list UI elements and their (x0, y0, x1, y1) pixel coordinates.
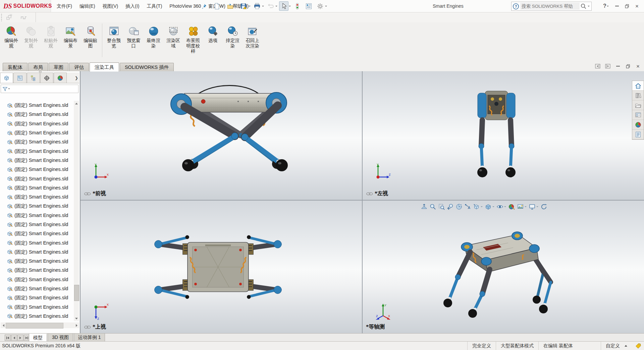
horizontal-scroll-thumb[interactable] (6, 323, 63, 329)
panel-tabs-overflow-button[interactable]: ❯ (74, 73, 79, 83)
tree-item[interactable]: (固定) Smart Engines.sld (1, 119, 74, 128)
tag-icon[interactable] (635, 343, 641, 349)
view-settings-button[interactable] (528, 203, 536, 211)
tab-render-tools[interactable]: 渲染工具 (90, 62, 119, 72)
doc-restore-button[interactable] (625, 63, 631, 69)
panel-tab-dimxpert-manager[interactable] (40, 73, 53, 83)
panel-tab-property-manager[interactable] (13, 73, 26, 83)
display-style-dropdown-arrow[interactable] (492, 206, 494, 208)
viewport-top[interactable]: X Z *上视 (80, 201, 362, 333)
help-search-box[interactable]: ? (511, 2, 592, 11)
search-input[interactable] (520, 3, 580, 10)
print-dropdown-arrow[interactable] (262, 6, 264, 8)
render-region-button[interactable]: 渲染区域 (163, 22, 183, 49)
preview-window-button[interactable]: 预览窗口 (124, 22, 144, 49)
recall-last-render-button[interactable]: 召回上次渲染 (243, 22, 262, 49)
tree-item[interactable]: (固定) Smart Engines.sld (1, 220, 74, 229)
previous-view-button[interactable] (446, 203, 454, 211)
display-style-button[interactable] (484, 203, 492, 211)
new-document-button[interactable] (212, 1, 221, 11)
tree-item[interactable]: (固定) Smart Engines.sld (1, 248, 74, 257)
zoom-to-area-button[interactable] (428, 203, 437, 211)
select-dropdown-arrow[interactable] (289, 6, 291, 8)
next-tab-button[interactable] (17, 335, 23, 341)
tree-item[interactable]: (固定) Smart Engines.sld (1, 275, 74, 284)
panel-tab-display-manager[interactable] (54, 73, 67, 83)
magnified-selection-button[interactable] (437, 203, 446, 211)
tree-item[interactable]: (固定) Smart Engines.sld (1, 266, 74, 275)
tree-item[interactable]: (固定) Smart Engines.sld (1, 128, 74, 137)
undo-button[interactable] (266, 1, 275, 11)
tab-assembly[interactable]: 装配体 (3, 63, 28, 71)
doc-close-button[interactable]: × (635, 63, 641, 69)
scene-illumination-proof-button[interactable]: 布景照明度校样 (183, 22, 203, 54)
tree-item[interactable]: (固定) Smart Engines.sld (1, 110, 74, 119)
tree-item[interactable]: (固定) Smart Engines.sld (1, 165, 74, 174)
menu-view[interactable]: 视图(V) (99, 0, 122, 12)
tree-item[interactable]: (固定) Smart Engines.sld (1, 137, 74, 146)
minimize-button[interactable] (612, 2, 622, 10)
edit-scene-button[interactable]: 编辑布景 (61, 22, 80, 49)
tree-item[interactable]: (固定) Smart Engines.sld (1, 146, 74, 156)
tree-item[interactable]: (固定) Smart Engines.sld (1, 156, 74, 165)
view-orientation-button[interactable] (472, 203, 481, 211)
tree-item[interactable]: (固定) Smart Engines.sld (1, 293, 74, 302)
viewport-isometric[interactable]: A (363, 201, 644, 333)
tree-item[interactable]: (固定) Smart Engines.sld (1, 303, 74, 312)
close-button[interactable]: × (632, 2, 642, 10)
menu-photoview-360[interactable]: PhotoView 360 (166, 0, 205, 12)
help-button[interactable]: ? (602, 2, 612, 10)
save-button[interactable] (239, 1, 248, 11)
select-button[interactable] (279, 1, 288, 11)
open-button[interactable] (225, 1, 235, 11)
edit-appearance-button[interactable]: 编辑外观 (1, 22, 21, 49)
open-dropdown-arrow[interactable] (235, 6, 237, 8)
vertical-scroll-thumb[interactable] (74, 285, 79, 301)
task-pane-view-palette[interactable] (632, 110, 644, 120)
tab-evaluate[interactable]: 评估 (69, 63, 89, 71)
step-tool-button[interactable] (19, 13, 29, 21)
section-view-button[interactable] (454, 203, 463, 211)
pin-toolbar-button[interactable] (200, 2, 208, 10)
zoom-to-fit-button[interactable] (420, 203, 428, 211)
tree-item[interactable]: (固定) Smart Engines.sld (1, 211, 74, 220)
customize-arrow-icon[interactable] (625, 344, 627, 347)
scroll-up-button[interactable] (74, 101, 79, 106)
annotation-view-button[interactable]: A (463, 203, 472, 211)
scroll-left-button[interactable] (1, 323, 6, 328)
tree-item[interactable]: (固定) Smart Engines.sld (1, 238, 74, 247)
tree-item[interactable]: (固定) Smart Engines.sld (1, 229, 74, 238)
integrated-preview-button[interactable]: 整合预览 (104, 22, 124, 49)
rebuild-traffic-light-button[interactable] (292, 1, 302, 11)
save-dropdown-arrow[interactable] (249, 6, 251, 8)
tree-item[interactable]: (固定) Smart Engines.sld (1, 183, 74, 192)
viewport-front[interactable]: Y X *前视 (80, 71, 362, 200)
task-pane-design-library[interactable] (632, 91, 644, 100)
options-dropdown-arrow[interactable] (325, 6, 327, 8)
tree-item[interactable]: (固定) Smart Engines.sld (1, 284, 74, 293)
hide-show-items-dropdown-arrow[interactable] (504, 206, 506, 208)
view-settings-dropdown-arrow[interactable] (536, 206, 538, 208)
tab-solidworks-addins[interactable]: SOLIDWORKS 插件 (120, 63, 174, 71)
tree-vertical-scrollbar[interactable] (74, 101, 79, 321)
doc-minimize-button[interactable] (614, 63, 621, 69)
edit-appearance-hud-button[interactable] (507, 203, 516, 211)
status-customize[interactable]: 自定义 (601, 342, 632, 350)
tab-sketch[interactable]: 草图 (49, 63, 68, 71)
view-orientation-dropdown-arrow[interactable] (481, 206, 483, 208)
tab-layout[interactable]: 布局 (28, 63, 48, 71)
task-pane-appearances-scenes[interactable] (632, 120, 644, 130)
tree-item[interactable]: (固定) Smart Engines.sld (1, 202, 74, 211)
task-pane-file-explorer[interactable] (632, 100, 644, 110)
panel-tab-configuration-manager[interactable] (27, 73, 40, 83)
previous-pane-button[interactable] (594, 63, 601, 69)
schedule-render-button[interactable]: 排定渲染 (223, 22, 243, 49)
rotate-view-button[interactable] (539, 203, 548, 211)
viewport-vertical-splitter[interactable] (362, 71, 363, 333)
first-tab-button[interactable] (5, 335, 11, 341)
panel-tab-feature-manager-tree[interactable] (0, 73, 13, 83)
menu-file[interactable]: 文件(F) (53, 0, 76, 12)
scroll-down-button[interactable] (74, 316, 79, 321)
undo-dropdown-arrow[interactable] (275, 6, 277, 8)
previous-tab-button[interactable] (11, 335, 17, 341)
